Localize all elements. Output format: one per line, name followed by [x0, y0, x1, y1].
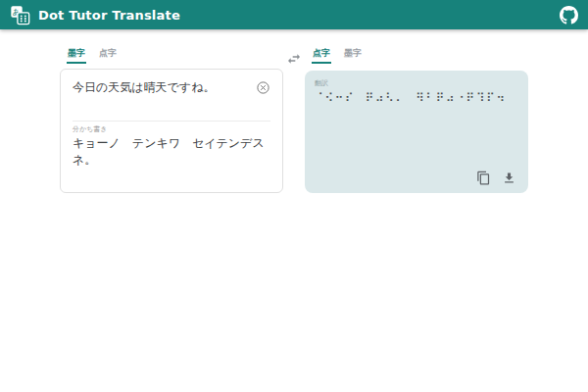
- output-panel: 翻訳 ⠈⠪⠒⠎⠀⠟⠴⠣⠄⠀⠻⠃⠟⠴⠐⠟⠹⠏⠲: [305, 71, 528, 193]
- github-link[interactable]: [559, 5, 578, 24]
- translate-workspace: 墨字 点字 今日の天気は晴天ですね。 分かち書き キョーノ テンキワ セイテンデ…: [60, 46, 528, 193]
- github-icon: [560, 6, 578, 24]
- source-column: 墨字 点字 今日の天気は晴天ですね。 分かち書き キョーノ テンキワ セイテンデ…: [60, 46, 283, 193]
- translation-label: 翻訳: [315, 78, 518, 88]
- source-card: 今日の天気は晴天ですね。 分かち書き キョーノ テンキワ セイテンデスネ。: [60, 69, 283, 193]
- wakachigaki-label: 分かち書き: [73, 124, 108, 134]
- tab-source-sumiji[interactable]: 墨字: [67, 46, 86, 64]
- output-tabs: 点字 墨字: [305, 46, 528, 65]
- tab-source-tenji[interactable]: 点字: [98, 46, 118, 62]
- app-header: あ Dot Tutor Translate: [0, 0, 588, 29]
- direction-switch-area: [283, 46, 305, 193]
- swap-direction-button[interactable]: [285, 50, 303, 68]
- output-actions: [476, 171, 516, 185]
- copy-button[interactable]: [476, 171, 491, 185]
- app-logo-translate-braille-icon: あ: [10, 5, 30, 25]
- source-tabs: 墨字 点字: [60, 46, 283, 65]
- output-column: 点字 墨字 翻訳 ⠈⠪⠒⠎⠀⠟⠴⠣⠄⠀⠻⠃⠟⠴⠐⠟⠹⠏⠲: [305, 46, 528, 193]
- card-divider: [73, 121, 270, 122]
- download-icon: [502, 171, 516, 185]
- wakachigaki-text: キョーノ テンキワ セイテンデスネ。: [73, 135, 270, 169]
- source-input-row: 今日の天気は晴天ですね。: [73, 79, 270, 96]
- braille-output-text: ⠈⠪⠒⠎⠀⠟⠴⠣⠄⠀⠻⠃⠟⠴⠐⠟⠹⠏⠲: [315, 91, 518, 107]
- tab-output-sumiji[interactable]: 墨字: [343, 46, 363, 62]
- source-text-input[interactable]: 今日の天気は晴天ですね。: [73, 79, 256, 96]
- swap-horizontal-icon: [286, 51, 302, 67]
- tab-output-tenji[interactable]: 点字: [312, 46, 331, 64]
- download-button[interactable]: [502, 171, 516, 185]
- app-title: Dot Tutor Translate: [38, 8, 180, 23]
- copy-icon: [476, 171, 491, 185]
- clear-input-button[interactable]: [256, 80, 270, 95]
